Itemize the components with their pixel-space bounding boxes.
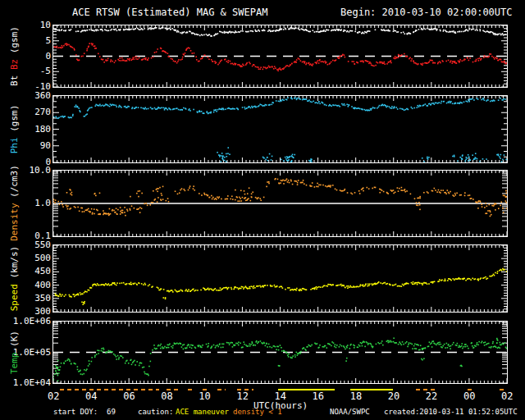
caution-bar-segment <box>278 389 335 390</box>
caution-label: caution: <box>138 408 173 416</box>
y-axis-title-temp: Temp (K) <box>9 270 20 420</box>
x-tick-label: 10 <box>199 391 210 402</box>
panel-phi-plot <box>53 96 507 162</box>
panel-temp <box>52 321 508 384</box>
caution-bar-segment <box>237 389 254 390</box>
panel-bt-bz-plot <box>53 25 507 87</box>
panel-density <box>52 170 508 237</box>
x-tick-label: 18 <box>350 391 362 402</box>
panel-speed-plot <box>53 245 507 312</box>
x-tick-label: 20 <box>388 391 399 402</box>
caution-bar-segment <box>60 389 159 390</box>
caution-bar-segment <box>188 389 194 390</box>
caution-bar-segment <box>500 389 507 390</box>
caution-bar-segment <box>350 389 393 390</box>
x-tick-label: 06 <box>123 391 135 402</box>
panel-bt-bz <box>52 25 508 88</box>
caution-bar-segment <box>203 389 208 390</box>
start-doy-label: start DOY: 69 <box>53 408 116 416</box>
x-tick-label: 22 <box>426 391 437 402</box>
x-tick-label: 00 <box>463 391 475 402</box>
y-axis-title-part: (K) <box>9 331 20 353</box>
ace-rtsw-screen: ACE RTSW (Estimated) MAG & SWEPAM Begin:… <box>0 0 525 420</box>
x-tick-label: 02 <box>501 391 513 402</box>
caution-bar-segment <box>217 389 225 390</box>
caution-bar-segment <box>468 389 473 390</box>
ace-maneuver-label: ACE maneuver <box>176 408 229 416</box>
x-tick-label: 12 <box>236 391 248 402</box>
x-tick-label: 02 <box>48 391 59 402</box>
x-tick-label: 04 <box>85 391 97 402</box>
x-tick-label: 16 <box>313 391 324 402</box>
panel-speed <box>52 244 508 313</box>
panel-density-plot <box>53 171 507 236</box>
density-caution-label: density < 1 <box>233 408 282 416</box>
chart-area: 1050-5-10Bt Bz (gsm)360270180900Phi (gsm… <box>0 0 525 420</box>
caution-bar-segment <box>416 389 437 390</box>
x-tick-label: 08 <box>161 391 172 402</box>
y-axis-title-part: Temp <box>9 352 20 374</box>
agency-label: NOAA/SWPC <box>330 408 370 416</box>
caution-bar-segment <box>167 389 180 390</box>
panel-phi <box>52 95 508 163</box>
panel-temp-plot <box>53 322 507 383</box>
created-timestamp: created:2010-03-11 01:52:05UTC <box>384 408 518 416</box>
